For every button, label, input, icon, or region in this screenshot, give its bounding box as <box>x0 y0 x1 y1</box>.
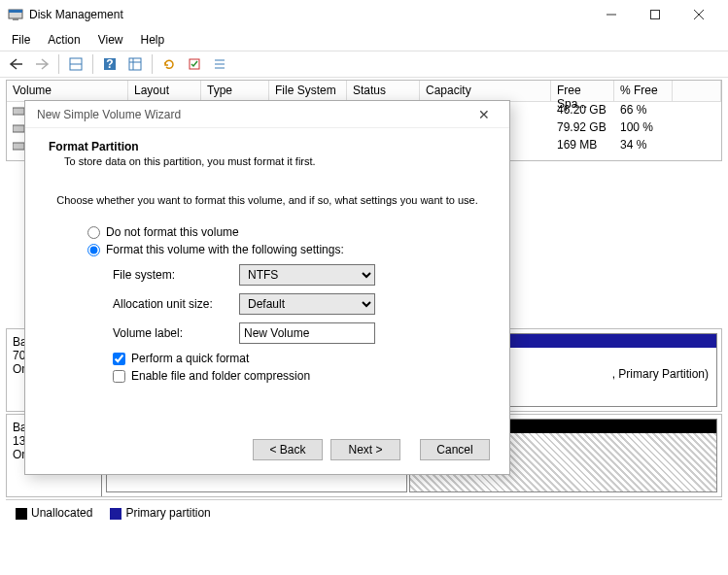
radio-no-format-input[interactable] <box>87 226 100 239</box>
col-layout[interactable]: Layout <box>128 81 201 102</box>
menu-help[interactable]: Help <box>133 31 173 49</box>
cell-pct: 66 % <box>614 102 673 119</box>
back-button[interactable] <box>6 53 27 75</box>
checkbox-compression-input[interactable] <box>113 370 125 383</box>
svg-rect-11 <box>129 58 141 70</box>
col-pctfree[interactable]: % Free <box>614 81 673 102</box>
dialog-close-button[interactable]: ✕ <box>465 107 503 122</box>
layout-button[interactable] <box>124 53 146 75</box>
toolbar-separator <box>152 54 153 74</box>
cell-pct: 100 % <box>614 119 673 137</box>
refresh-button[interactable] <box>158 53 180 75</box>
col-volume[interactable]: Volume <box>7 81 128 102</box>
legend: Unallocated Primary partition <box>6 499 722 525</box>
cell-free: 169 MB <box>551 137 614 154</box>
cancel-button[interactable]: Cancel <box>420 439 490 460</box>
menu-file[interactable]: File <box>4 31 38 49</box>
dialog-subheading: To store data on this partition, you mus… <box>64 155 486 167</box>
label-filesystem: File system: <box>113 268 239 282</box>
back-button[interactable]: < Back <box>253 439 323 460</box>
radio-no-format[interactable]: Do not format this volume <box>87 225 486 239</box>
dialog-heading: Format Partition <box>49 140 486 153</box>
svg-rect-19 <box>13 125 24 132</box>
dialog-titlebar[interactable]: New Simple Volume Wizard ✕ <box>25 101 509 128</box>
svg-rect-20 <box>13 143 24 150</box>
col-capacity[interactable]: Capacity <box>420 81 551 102</box>
help-button[interactable]: ? <box>99 53 121 75</box>
col-freespace[interactable]: Free Spa... <box>551 81 614 102</box>
col-type[interactable]: Type <box>201 81 269 102</box>
toolbar: ? <box>0 51 728 78</box>
menubar: File Action View Help <box>0 29 728 51</box>
wizard-dialog: New Simple Volume Wizard ✕ Format Partit… <box>24 100 510 475</box>
svg-rect-1 <box>9 10 22 13</box>
cell-free: 79.92 GB <box>551 119 614 137</box>
select-allocation[interactable]: Default <box>239 293 375 315</box>
radio-format[interactable]: Format this volume with the following se… <box>87 243 486 256</box>
checkbox-compression-label: Enable file and folder compression <box>131 369 310 383</box>
dialog-instruction: Choose whether you want to format this v… <box>49 194 486 206</box>
svg-text:?: ? <box>106 57 113 71</box>
col-spacer <box>673 81 721 102</box>
select-filesystem[interactable]: NTFS <box>239 264 375 286</box>
checkbox-quick-format[interactable]: Perform a quick format <box>113 352 486 365</box>
checkbox-compression[interactable]: Enable file and folder compression <box>113 369 486 383</box>
radio-no-format-label: Do not format this volume <box>106 225 239 239</box>
dialog-body: Format Partition To store data on this p… <box>25 128 509 394</box>
app-icon <box>8 7 23 22</box>
svg-rect-2 <box>13 18 18 20</box>
settings-button[interactable] <box>184 53 205 75</box>
views-button[interactable] <box>65 53 87 75</box>
swatch-black <box>16 508 27 520</box>
input-volume-label[interactable] <box>239 322 375 344</box>
dialog-button-row: < Back Next > Cancel <box>253 439 490 460</box>
svg-rect-4 <box>650 11 659 19</box>
maximize-button[interactable] <box>633 0 676 29</box>
window-title: Disk Management <box>29 8 589 21</box>
volume-list-header: Volume Layout Type File System Status Ca… <box>7 81 721 102</box>
cell-pct: 34 % <box>614 137 673 154</box>
radio-format-input[interactable] <box>87 244 100 256</box>
col-status[interactable]: Status <box>347 81 420 102</box>
label-allocation: Allocation unit size: <box>113 297 239 311</box>
minimize-button[interactable] <box>589 0 633 29</box>
svg-rect-18 <box>13 108 24 115</box>
label-volume-label: Volume label: <box>113 326 239 340</box>
legend-unallocated: Unallocated <box>16 506 92 520</box>
swatch-blue <box>110 508 121 520</box>
close-button[interactable] <box>676 0 720 29</box>
format-options: File system: NTFS Allocation unit size: … <box>113 260 486 348</box>
checkbox-quick-format-input[interactable] <box>113 353 125 365</box>
legend-primary: Primary partition <box>110 506 210 520</box>
col-filesystem[interactable]: File System <box>269 81 347 102</box>
dialog-title: New Simple Volume Wizard <box>37 108 465 121</box>
toolbar-separator <box>92 54 93 74</box>
menu-view[interactable]: View <box>90 31 131 49</box>
list-button[interactable] <box>209 53 230 75</box>
menu-action[interactable]: Action <box>40 31 87 49</box>
toolbar-separator <box>58 54 59 74</box>
forward-button[interactable] <box>31 53 52 75</box>
checkbox-quick-format-label: Perform a quick format <box>131 352 249 365</box>
next-button[interactable]: Next > <box>330 439 400 460</box>
radio-format-label: Format this volume with the following se… <box>106 243 344 256</box>
window-titlebar: Disk Management <box>0 0 728 29</box>
